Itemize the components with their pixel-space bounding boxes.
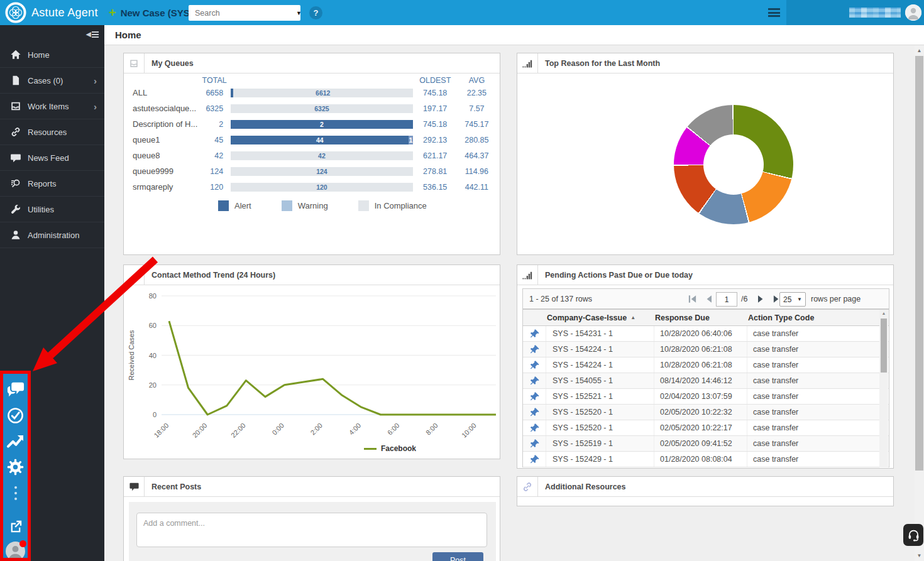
table-row[interactable]: SYS - 152429 - 101/28/2020 08:08:04case …: [523, 452, 889, 467]
table-row[interactable]: SYS - 154055 - 108/14/2020 14:46:12case …: [523, 373, 889, 389]
donut-chart[interactable]: [674, 105, 793, 224]
pending-actions-header: Pending Actions Past Due or Due today: [517, 265, 893, 285]
pushpin-icon[interactable]: [523, 373, 546, 388]
previous-page-button[interactable]: [704, 294, 715, 304]
panel-title: Additional Resources: [538, 482, 626, 491]
clock-check-icon[interactable]: [6, 406, 25, 425]
sidebar-item-work-items[interactable]: Work Items›: [0, 94, 104, 119]
queue-avg: 114.96: [458, 167, 496, 176]
queue-row[interactable]: ALL66586612745.1822.35: [133, 85, 496, 101]
scroll-up-icon[interactable]: ▲: [915, 48, 924, 53]
sidebar-item-resources[interactable]: Resources: [0, 119, 104, 145]
queue-row[interactable]: queue84242621.17464.37: [133, 148, 496, 163]
sidebar-item-label: News Feed: [28, 153, 69, 163]
pushpin-icon[interactable]: [523, 405, 546, 420]
svg-text:0:00: 0:00: [270, 422, 285, 437]
sidebar-collapse-icon[interactable]: ◀: [86, 30, 99, 38]
queue-tray-icon: [124, 53, 145, 73]
sidebar-item-label: Work Items: [28, 102, 69, 111]
table-row[interactable]: SYS - 154231 - 110/28/2020 06:40:06case …: [523, 326, 889, 342]
first-page-button[interactable]: [688, 294, 699, 304]
user-avatar[interactable]: [905, 4, 921, 21]
table-row[interactable]: SYS - 154224 - 110/28/2020 06:21:08case …: [523, 342, 889, 357]
cell-company-case-issue: SYS - 152519 - 1: [546, 436, 654, 451]
sidebar-item-home[interactable]: Home: [0, 42, 104, 68]
plus-icon: +: [109, 6, 116, 19]
queue-row[interactable]: Description of H...22745.18745.17: [133, 116, 496, 132]
scroll-down-icon[interactable]: ▼: [915, 553, 924, 558]
cell-company-case-issue: SYS - 152429 - 1: [546, 452, 654, 467]
help-icon[interactable]: ?: [309, 6, 322, 19]
cell-action-type-code: case transfer: [747, 439, 889, 448]
additional-resources-panel: Additional Resources: [517, 476, 894, 506]
page-number-input[interactable]: [716, 292, 737, 307]
hamburger-menu-icon[interactable]: [768, 8, 780, 17]
sidebar-item-news-feed[interactable]: News Feed: [0, 145, 104, 171]
post-button[interactable]: Post: [432, 552, 483, 561]
queue-bar-segment-alert: 2: [231, 120, 412, 129]
pushpin-icon[interactable]: [523, 326, 546, 341]
table-row[interactable]: SYS - 152519 - 102/05/2020 09:41:52case …: [523, 436, 889, 452]
table-scrollbar-thumb[interactable]: [881, 319, 887, 373]
column-company-case-issue[interactable]: Company-Case-Issue▲: [547, 313, 655, 322]
table-row[interactable]: SYS - 154224 - 110/28/2020 06:21:08case …: [523, 357, 889, 373]
search-dropdown-caret-icon[interactable]: ▼: [296, 10, 302, 16]
queue-row[interactable]: queue9999124124278.81114.96: [133, 163, 496, 179]
rows-per-page-select[interactable]: 25 ▼: [779, 292, 806, 307]
pushpin-icon[interactable]: [523, 342, 546, 357]
queue-bar: 6612: [231, 89, 412, 97]
table-row[interactable]: SYS - 152520 - 102/05/2020 10:22:17case …: [523, 420, 889, 436]
column-response-due[interactable]: Response Due: [655, 313, 748, 322]
queue-name: queue8: [133, 151, 202, 160]
queue-row[interactable]: queue145441292.13280.85: [133, 132, 496, 148]
cell-response-due: 10/28/2020 06:40:06: [654, 326, 747, 341]
queue-avg: 745.17: [458, 120, 496, 129]
queue-row[interactable]: astutesocialque...63256325197.177.57: [133, 101, 496, 116]
sidebar-item-administration[interactable]: Administration: [0, 222, 104, 248]
home-icon: [10, 49, 21, 60]
page-scrollbar[interactable]: ▲ ▼: [915, 45, 924, 561]
queue-bar-segment-ok: 6612: [233, 89, 413, 97]
page-scrollbar-thumb[interactable]: [915, 56, 923, 471]
next-page-button[interactable]: [756, 294, 767, 304]
panel-title: My Queues: [145, 59, 194, 68]
table-row[interactable]: SYS - 152521 - 102/04/2020 13:07:59case …: [523, 389, 889, 405]
chat-bubbles-icon[interactable]: [6, 380, 26, 400]
headset-support-button[interactable]: [903, 524, 923, 546]
table-scrollbar[interactable]: ▲: [879, 310, 888, 467]
trend-line-chart: 02040608018:0020:0022:000:002:004:006:00…: [124, 285, 500, 445]
external-link-icon[interactable]: [9, 516, 23, 536]
toolbar-avatar[interactable]: [6, 542, 25, 561]
pushpin-icon[interactable]: [523, 389, 546, 404]
search-input[interactable]: [189, 9, 296, 18]
cell-response-due: 02/04/2020 13:07:59: [654, 389, 747, 404]
queue-oldest: 745.18: [413, 89, 458, 97]
scroll-up-icon[interactable]: ▲: [879, 311, 888, 315]
queue-column-headers: TOTAL OLDEST AVG: [133, 76, 496, 85]
svg-text:22:00: 22:00: [229, 422, 247, 439]
more-options-ellipsis-icon[interactable]: [14, 483, 17, 503]
chevron-right-icon: ›: [94, 101, 97, 112]
my-queues-header: My Queues: [124, 53, 500, 74]
work-items-icon: [10, 101, 21, 112]
rows-per-page-label: rows per page: [811, 295, 861, 303]
svg-text:8:00: 8:00: [424, 422, 439, 437]
sidebar-item-label: Home: [28, 50, 50, 60]
pushpin-icon[interactable]: [523, 357, 546, 373]
pushpin-icon[interactable]: [523, 436, 546, 451]
pushpin-icon[interactable]: [523, 452, 546, 467]
queue-row[interactable]: srmqareply120120536.15442.11: [133, 179, 496, 195]
column-action-type-code[interactable]: Action Type Code: [748, 313, 889, 322]
svg-text:10:00: 10:00: [460, 422, 478, 439]
sidebar-item-reports[interactable]: Reports: [0, 171, 104, 197]
pushpin-icon[interactable]: [523, 420, 546, 435]
sidebar-item-cases-0[interactable]: Cases (0)›: [0, 68, 104, 94]
gear-icon[interactable]: [6, 457, 25, 477]
bar-chart-icon: [517, 265, 538, 285]
trending-up-icon[interactable]: [6, 432, 25, 451]
sidebar-item-utilities[interactable]: Utilities: [0, 197, 104, 222]
comment-textarea[interactable]: [136, 513, 487, 547]
sidebar-item-label: Administration: [28, 231, 79, 240]
legend-label: Warning: [298, 201, 328, 210]
table-row[interactable]: SYS - 152520 - 102/05/2020 10:22:32case …: [523, 405, 889, 420]
